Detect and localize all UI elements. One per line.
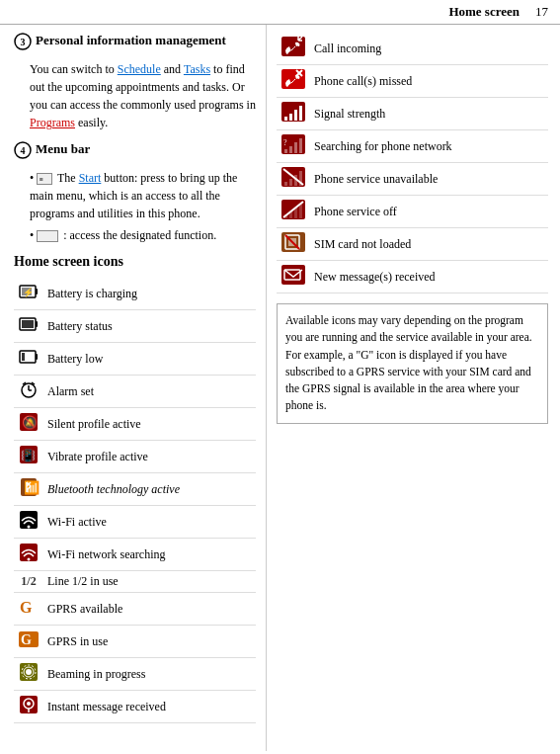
- sim-not-loaded-label: SIM card not loaded: [310, 228, 548, 261]
- table-row: New message(s) received: [277, 261, 548, 293]
- svg-rect-53: [294, 142, 297, 153]
- silent-profile-label: Silent profile active: [43, 408, 256, 441]
- table-row: SIM card not loaded: [277, 228, 548, 261]
- svg-text:🔕: 🔕: [22, 414, 39, 431]
- wifi-searching-label: Wi-Fi network searching: [43, 539, 256, 571]
- svg-rect-14: [22, 353, 25, 361]
- svg-point-39: [27, 702, 31, 706]
- instant-message-label: Instant message received: [43, 691, 256, 723]
- svg-rect-58: [289, 179, 292, 186]
- alarm-set-icon: [14, 376, 43, 408]
- page-title: Home screen: [448, 4, 520, 20]
- wifi-active-label: Wi-Fi active: [43, 506, 256, 539]
- table-row: Wi-Fi network searching: [14, 539, 256, 571]
- section3-number: 3: [14, 33, 32, 54]
- battery-low-icon: [14, 343, 43, 376]
- searching-network-icon: ?: [277, 130, 310, 163]
- table-row: Instant message received: [14, 691, 256, 723]
- note-box: Available icons may vary depending on th…: [277, 303, 548, 424]
- phone-off-icon: [277, 196, 310, 228]
- page-number: 17: [535, 4, 548, 20]
- svg-text:📳: 📳: [21, 448, 36, 462]
- silent-profile-icon: 🔕: [14, 408, 43, 441]
- table-row: Alarm set: [14, 376, 256, 408]
- note-text: Available icons may vary depending on th…: [285, 314, 532, 411]
- svg-rect-49: [299, 106, 302, 121]
- section4-title: Menu bar: [36, 141, 90, 157]
- menu-item-start: ≡ The Start button: press to bring up th…: [30, 169, 256, 222]
- sim-not-loaded-icon: [277, 228, 310, 261]
- table-row: Signal strength: [277, 98, 548, 130]
- svg-text:⚡: ⚡: [23, 287, 35, 298]
- table-row: 1/2 Line 1/2 in use: [14, 571, 256, 593]
- svg-rect-47: [289, 114, 292, 121]
- table-row: 📳 Vibrate profile active: [14, 441, 256, 473]
- phone-unavailable-icon: [277, 163, 310, 196]
- table-row: Beaming in progress: [14, 658, 256, 691]
- svg-point-34: [26, 669, 32, 675]
- svg-text:?: ?: [283, 138, 287, 147]
- section3-body: You can switch to Schedule and Tasks to …: [30, 60, 256, 131]
- svg-text:≡: ≡: [40, 177, 43, 184]
- svg-rect-48: [294, 110, 297, 121]
- battery-status-icon: [14, 310, 43, 343]
- battery-status-label: Battery status: [43, 310, 256, 343]
- battery-low-label: Battery low: [43, 343, 256, 376]
- bluetooth-icon: 📶: [14, 473, 43, 506]
- svg-rect-54: [299, 138, 302, 153]
- call-missed-label: Phone call(s) missed: [310, 65, 548, 98]
- svg-point-29: [28, 558, 31, 561]
- table-row: 📶 Bluetooth technology active: [14, 473, 256, 506]
- call-incoming-label: Call incoming: [310, 33, 548, 65]
- instant-message-icon: [14, 691, 43, 723]
- section4-header: 4 Menu bar: [14, 141, 256, 163]
- gprs-available-label: GPRS available: [43, 593, 256, 626]
- signal-strength-icon: [277, 98, 310, 130]
- table-row: Wi-Fi active: [14, 506, 256, 539]
- right-icons-table: Call incoming Phone call(: [277, 33, 548, 293]
- gprs-in-use-label: GPRS in use: [43, 626, 256, 658]
- new-message-label: New message(s) received: [310, 261, 548, 293]
- svg-rect-51: [284, 149, 287, 153]
- svg-rect-66: [299, 204, 302, 218]
- svg-rect-11: [22, 320, 34, 328]
- svg-rect-57: [284, 182, 287, 186]
- content-area: 3 Personal information management You ca…: [0, 25, 560, 751]
- svg-rect-13: [36, 354, 38, 360]
- section3-title: Personal information management: [36, 33, 226, 48]
- battery-charging-label: Battery is charging: [43, 278, 256, 310]
- svg-text:4: 4: [21, 145, 26, 156]
- tasks-link[interactable]: Tasks: [184, 62, 210, 76]
- table-row: ? Searching for phone network: [277, 130, 548, 163]
- signal-strength-label: Signal strength: [310, 98, 548, 130]
- page-header: Home screen 17: [0, 0, 560, 25]
- svg-rect-41: [281, 37, 305, 56]
- table-row: Phone service unavailable: [277, 163, 548, 196]
- gprs-in-use-icon: G: [14, 626, 43, 658]
- section4-number: 4: [14, 141, 32, 163]
- start-link[interactable]: Start: [79, 171, 102, 185]
- bluetooth-label: Bluetooth technology active: [43, 473, 256, 506]
- svg-rect-10: [36, 321, 38, 327]
- svg-point-27: [28, 526, 31, 529]
- svg-rect-52: [289, 146, 292, 153]
- left-icons-table: ⚡ Battery is charging Battery status: [14, 278, 256, 723]
- table-row: ⚡ Battery is charging: [14, 278, 256, 310]
- beaming-icon: [14, 658, 43, 691]
- phone-off-label: Phone service off: [310, 196, 548, 228]
- schedule-link[interactable]: Schedule: [118, 62, 161, 76]
- svg-rect-6: [36, 289, 38, 294]
- call-incoming-icon: [277, 33, 310, 65]
- svg-text:G: G: [20, 599, 33, 616]
- phone-unavailable-label: Phone service unavailable: [310, 163, 548, 196]
- icons-section-title: Home screen icons: [14, 254, 256, 270]
- table-row: 🔕 Silent profile active: [14, 408, 256, 441]
- vibrate-profile-label: Vibrate profile active: [43, 441, 256, 473]
- section3-header: 3 Personal information management: [14, 33, 256, 54]
- battery-charging-icon: ⚡: [14, 278, 43, 310]
- call-missed-icon: [277, 65, 310, 98]
- wifi-active-icon: [14, 506, 43, 539]
- new-message-icon: [277, 261, 310, 293]
- programs-link[interactable]: Programs: [30, 116, 75, 129]
- menu-bar-list: ≡ The Start button: press to bring up th…: [30, 169, 256, 244]
